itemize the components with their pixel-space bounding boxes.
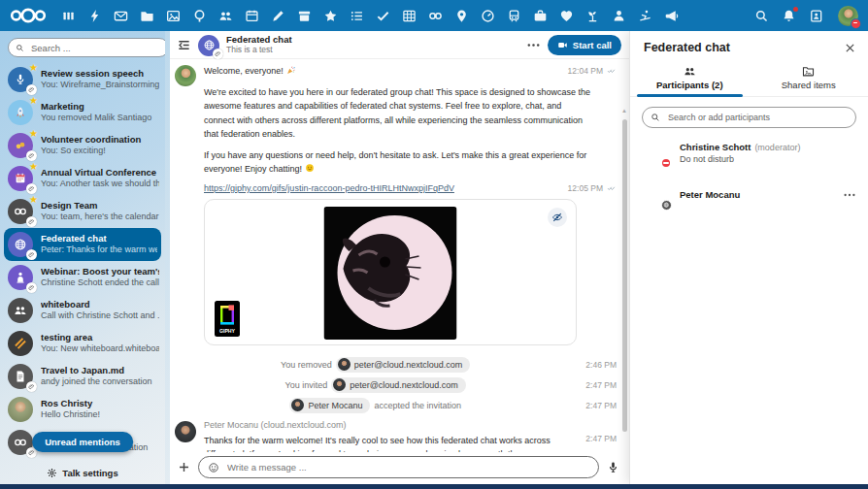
tab-shared-items[interactable]: Shared items: [750, 62, 868, 96]
conversation-item[interactable]: ★Volunteer coordinationYou: So exciting!: [0, 129, 165, 162]
files-icon[interactable]: [140, 9, 154, 23]
chat-area: Federated chat This is a test Start call…: [165, 31, 629, 484]
conversation-text: Volunteer coordinationYou: So exciting!: [41, 134, 159, 156]
panel-header: Federated chat: [630, 31, 868, 56]
conversation-menu-icon[interactable]: [526, 38, 541, 52]
sports-icon[interactable]: [638, 9, 652, 23]
passwords-icon[interactable]: [428, 9, 443, 23]
system-message: You removedpeter@cloud.nextcloud.com2:46…: [175, 354, 617, 375]
conversation-search[interactable]: [8, 38, 165, 57]
activity-icon[interactable]: [87, 9, 102, 23]
message-input[interactable]: [225, 461, 589, 473]
tables-icon[interactable]: [402, 9, 417, 23]
conversation-item[interactable]: Federated chatPeter: Thanks for the warm…: [4, 228, 161, 261]
nextcloud-logo[interactable]: [9, 7, 48, 24]
conversation-title: Federated chat: [41, 233, 157, 244]
system-message: Peter Mocanuaccepted the invitation2:47 …: [175, 395, 617, 415]
photos-icon[interactable]: [166, 9, 181, 23]
share-attachment-icon[interactable]: [178, 461, 190, 473]
conversation-avatar: ★: [8, 133, 33, 158]
conversation-item[interactable]: Travel to Japan.mdandy joined the conver…: [0, 360, 165, 393]
conversation-subtitle: You: team, here's the calendar ...: [41, 212, 159, 222]
message-group: Peter Mocanu (cloud.nextcloud.com) Thank…: [175, 420, 617, 452]
approvals-icon[interactable]: [376, 9, 390, 23]
notifications-icon[interactable]: [782, 9, 796, 23]
message-timestamp: 12:05 PM: [558, 183, 617, 193]
chain-icon: [14, 205, 27, 218]
system-message-text: You invited: [284, 380, 327, 390]
contacts-menu-icon[interactable]: [809, 9, 823, 23]
contacts-icon[interactable]: [218, 9, 233, 23]
participant-row[interactable]: Peter Mocanu: [630, 174, 868, 215]
conversation-item[interactable]: Ros ChristyHello Christine!: [0, 393, 165, 426]
transit-icon[interactable]: [507, 9, 521, 23]
conversation-search-input[interactable]: [29, 42, 161, 54]
user-mention-chip[interactable]: peter@cloud.nextcloud.com: [336, 357, 471, 373]
participant-search-input[interactable]: [666, 112, 848, 123]
user-avatar[interactable]: [838, 6, 858, 26]
participant-status: Do not disturb: [680, 154, 856, 164]
topbar-right-icons: [754, 6, 858, 26]
conversation-avatar: ★: [8, 199, 33, 224]
conversation-item[interactable]: whiteboardCall with Christine Schott and…: [0, 294, 165, 327]
user-mention-chip[interactable]: Peter Mocanu: [289, 398, 370, 413]
dashboard-icon[interactable]: [61, 9, 76, 23]
system-message-content: You removedpeter@cloud.nextcloud.com: [175, 357, 576, 373]
chat-title-block: Federated chat This is a test: [226, 35, 292, 55]
conversation-item[interactable]: ★Review session speechYou: Wireframe_Bra…: [0, 63, 165, 96]
deck-icon[interactable]: [297, 9, 312, 23]
paperclip-badge-icon: [26, 381, 37, 392]
panel-title: Federated chat: [644, 41, 730, 54]
participant-menu-icon[interactable]: [843, 188, 856, 202]
hide-gif-button[interactable]: [548, 208, 567, 227]
talk-icon[interactable]: [192, 9, 207, 23]
conversation-item[interactable]: testing areaYou: New whiteboard.whiteboa…: [0, 327, 165, 360]
announcements-icon[interactable]: [664, 9, 679, 23]
message-text: Thanks for the warm welcome! It's really…: [204, 434, 576, 452]
message-input-field[interactable]: [198, 456, 599, 478]
emoji-picker-icon[interactable]: [208, 462, 219, 473]
calendar-icon[interactable]: [245, 9, 259, 23]
participant-name: Peter Mocanu: [680, 189, 740, 200]
conversation-item[interactable]: Webinar: Boost your team's p...Christine…: [0, 261, 165, 294]
favorite-star-icon: ★: [29, 162, 38, 172]
profile-icon[interactable]: [612, 9, 626, 23]
recommendations-icon[interactable]: [323, 9, 338, 23]
conversation-subtitle: You: Another task we should th...: [41, 179, 159, 189]
giphy-link[interactable]: https://giphy.com/gifs/justin-raccoon-pe…: [204, 183, 454, 193]
conversation-item[interactable]: ★Design TeamYou: team, here's the calend…: [0, 195, 165, 228]
unified-search-icon[interactable]: [754, 9, 769, 23]
growth-icon[interactable]: [585, 9, 600, 23]
mail-icon[interactable]: [114, 9, 128, 23]
notes-icon[interactable]: [271, 9, 285, 23]
conversation-subtitle: You: New whiteboard.whiteboa...: [41, 343, 159, 354]
time-tracking-icon[interactable]: [481, 9, 495, 23]
scroll-up-arrow[interactable]: ▲: [621, 108, 627, 114]
health-icon[interactable]: [559, 9, 574, 23]
participant-row[interactable]: Christine Schott(moderator)Do not distur…: [630, 132, 868, 174]
system-message-content: You invitedpeter@cloud.nextcloud.com: [175, 377, 576, 393]
start-call-button[interactable]: Start call: [548, 35, 621, 55]
close-panel-icon[interactable]: [844, 42, 856, 54]
maps-icon[interactable]: [454, 9, 469, 23]
unread-mentions-button[interactable]: Unread mentions: [32, 432, 133, 452]
talk-settings-button[interactable]: Talk settings: [0, 468, 165, 478]
tasks-icon[interactable]: [350, 9, 364, 23]
favorite-star-icon: ★: [29, 63, 38, 73]
message-link-line: https://giphy.com/gifs/justin-raccoon-pe…: [204, 183, 617, 193]
tab-participants[interactable]: Participants (2): [630, 62, 750, 96]
chat-scrollbar[interactable]: [622, 119, 627, 432]
search-icon: [651, 113, 660, 122]
microphone-icon[interactable]: [607, 461, 619, 473]
conversation-subtitle: You: So exciting!: [41, 146, 159, 156]
collapse-sidebar-icon[interactable]: [177, 38, 191, 52]
conversation-avatar: [8, 232, 33, 257]
participant-search[interactable]: [642, 107, 856, 128]
user-mention-chip[interactable]: peter@cloud.nextcloud.com: [331, 377, 466, 393]
conversation-item[interactable]: ★MarketingYou removed Malik Santiago: [0, 96, 165, 129]
conversation-item[interactable]: ★Annual Virtual ConferenceYou: Another t…: [0, 162, 165, 195]
work-icon[interactable]: [533, 9, 548, 23]
conversation-text: testing areaYou: New whiteboard.whiteboa…: [41, 332, 159, 354]
message-author: Peter Mocanu (cloud.nextcloud.com): [204, 420, 617, 432]
notification-dot: [793, 7, 798, 12]
